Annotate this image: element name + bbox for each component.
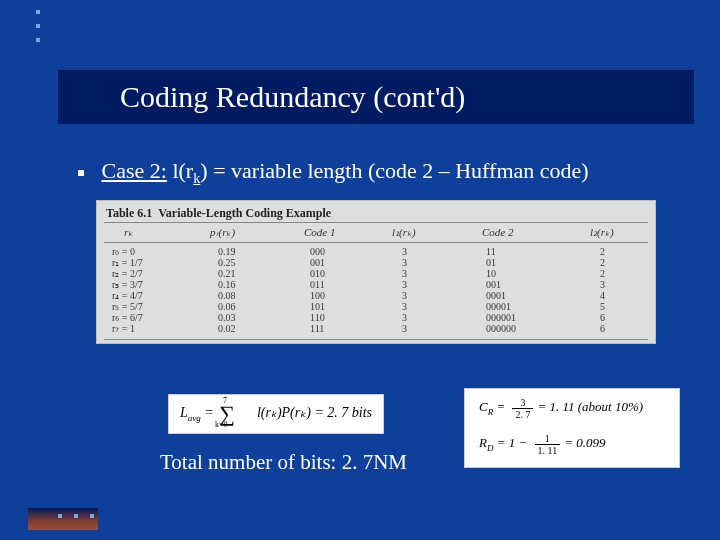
total-bits-line: Total number of bits: 2. 7NM bbox=[160, 450, 407, 475]
lavg-symbol: L bbox=[180, 405, 188, 420]
decorative-dots-bottom-left bbox=[58, 514, 106, 518]
case-label: Case 2: bbox=[102, 158, 167, 183]
cr-sym: C bbox=[479, 399, 488, 414]
rd-eq: = 1 − bbox=[493, 435, 530, 450]
coding-table: Table 6.1 Variable-Length Coding Example… bbox=[96, 200, 656, 344]
col-header-c2: Code 2 bbox=[482, 226, 513, 238]
sigma-upper: 7 bbox=[223, 396, 227, 405]
decorative-gradient-bl bbox=[28, 508, 98, 530]
equation-lavg: Lavg = ∑7k=0 l(rₖ)P(rₖ) = 2. 7 bits bbox=[168, 394, 384, 434]
table-header-row: rₖ pᵣ(rₖ) Code 1 l₁(rₖ) Code 2 l₂(rₖ) bbox=[96, 226, 656, 240]
rd-num: 1 bbox=[535, 433, 561, 445]
col-header-l2: l₂(rₖ) bbox=[590, 226, 614, 239]
table-caption: Table 6.1 Variable-Length Coding Example bbox=[106, 206, 331, 221]
title-bar: Coding Redundancy (cont'd) bbox=[58, 70, 694, 124]
decorative-dots-top-left bbox=[36, 10, 40, 52]
rd-sym: R bbox=[479, 435, 487, 450]
bullet-text-1: l(r bbox=[167, 158, 193, 183]
lavg-sub: avg bbox=[188, 413, 201, 423]
equation-cr-rd: CR = 32. 7= 1. 11 (about 10%) RD = 1 − 1… bbox=[464, 388, 680, 468]
col-header-rk: rₖ bbox=[124, 226, 133, 239]
table-number: Table 6.1 bbox=[106, 206, 152, 220]
rd-val: = 0.099 bbox=[564, 435, 605, 450]
table-caption-title: Variable-Length Coding Example bbox=[158, 206, 331, 220]
table-rule bbox=[104, 339, 648, 340]
lavg-body: l(rₖ)P(rₖ) = 2. 7 bits bbox=[253, 405, 372, 420]
bullet-dot-icon bbox=[78, 170, 84, 176]
cr-equation: CR = 32. 7= 1. 11 (about 10%) bbox=[479, 397, 643, 420]
bullet-case2: Case 2: l(rk) = variable length (code 2 … bbox=[78, 158, 589, 187]
cr-den: 2. 7 bbox=[512, 409, 533, 420]
table-body: r₀ = 00.190003112r₁ = 1/70.250013012r₂ =… bbox=[110, 246, 642, 340]
sigma-lower: k=0 bbox=[215, 420, 228, 429]
rd-equation: RD = 1 − 11. 11= 0.099 bbox=[479, 433, 605, 456]
cr-num: 3 bbox=[512, 397, 533, 409]
rd-den: 1. 11 bbox=[535, 445, 561, 456]
table-rule bbox=[104, 222, 648, 223]
cr-eq: = bbox=[493, 399, 508, 414]
slide-title: Coding Redundancy (cont'd) bbox=[120, 80, 465, 114]
lavg-eq: = bbox=[201, 405, 217, 420]
table-rule bbox=[104, 242, 648, 243]
col-header-l1: l₁(rₖ) bbox=[392, 226, 416, 239]
bullet-text-2: ) = variable length (code 2 – Huffman co… bbox=[200, 158, 588, 183]
col-header-c1: Code 1 bbox=[304, 226, 335, 238]
cr-val: = 1. 11 (about 10%) bbox=[537, 399, 643, 414]
col-header-pr: pᵣ(rₖ) bbox=[210, 226, 235, 239]
